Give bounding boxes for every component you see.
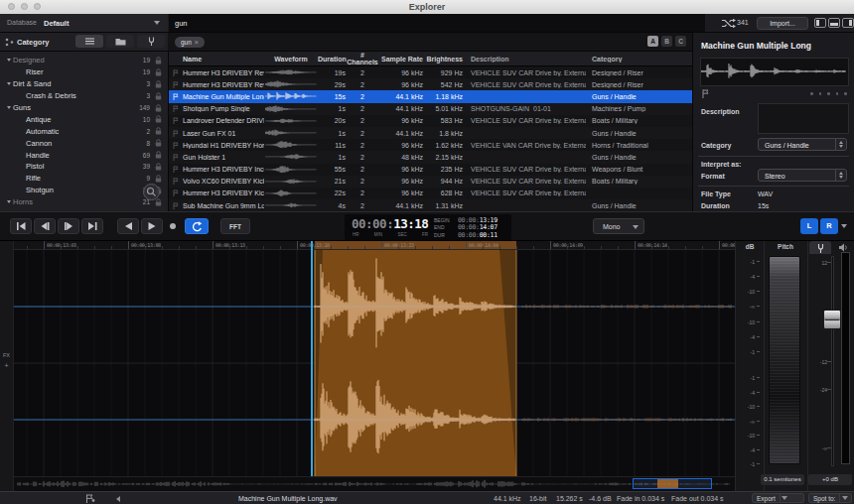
cell-sample-rate: 44.1 kHz bbox=[379, 105, 423, 112]
volume-slider-track[interactable] bbox=[831, 256, 834, 466]
sidebar-item-designed[interactable]: Designed19 bbox=[0, 55, 168, 66]
sidebar-zoom-button[interactable] bbox=[143, 184, 160, 200]
import-button[interactable]: Import... bbox=[757, 17, 808, 30]
sidebar-item-dirt-sand[interactable]: Dirt & Sand3 bbox=[0, 78, 168, 90]
table-row[interactable]: Hummer H3 DRIVEBY Incoming55s296 kHz235 … bbox=[169, 164, 692, 176]
sidebar-item-horns[interactable]: Horns21 bbox=[0, 196, 168, 208]
cell-sample-rate: 96 kHz bbox=[379, 178, 423, 185]
table-row[interactable]: Hummer H3 DRIVEBY Reverse19s296 kHz929 H… bbox=[169, 66, 692, 78]
table-header[interactable]: NameWaveformDuration# ChannelsSample Rat… bbox=[169, 52, 692, 66]
pitch-tab[interactable] bbox=[809, 241, 831, 254]
table-row[interactable]: Laser Gun FX 011s244.1 kHz1.8 kHzGuns / … bbox=[169, 127, 692, 139]
sidebar-item-antique[interactable]: Antique10 bbox=[0, 113, 168, 125]
layout-right-panel-icon[interactable] bbox=[842, 18, 854, 28]
playhead[interactable] bbox=[311, 241, 313, 476]
skip-to-end-button[interactable] bbox=[81, 218, 103, 234]
next-marker-button[interactable] bbox=[58, 218, 79, 234]
rating-dot[interactable] bbox=[819, 92, 822, 95]
column-header-name[interactable]: Name bbox=[183, 56, 264, 63]
column-header-brightness[interactable]: Brightness bbox=[423, 56, 463, 63]
play-button[interactable] bbox=[141, 218, 163, 234]
sidebar-item-cannon[interactable]: Cannon8 bbox=[0, 137, 168, 149]
sidebar-item-count: 10 bbox=[143, 116, 150, 123]
table-row[interactable]: Gun Holster 11s248 kHz2.15 kHzGuns / Han… bbox=[169, 151, 692, 163]
table-row[interactable]: Hyundai H1 DRIVEBY Horn 01 S11s296 kHz1.… bbox=[169, 139, 692, 151]
metadata-flag-icon[interactable] bbox=[85, 494, 95, 503]
previous-marker-button[interactable] bbox=[34, 218, 56, 234]
volume-slider-handle[interactable] bbox=[823, 310, 841, 329]
overview-viewport[interactable] bbox=[633, 478, 712, 489]
skip-to-start-button[interactable] bbox=[10, 218, 32, 234]
add-fx-icon[interactable]: + bbox=[0, 362, 13, 369]
spot-to-button[interactable]: Spot to: bbox=[808, 493, 852, 503]
sidebar-item-pistol[interactable]: Pistol39 bbox=[0, 161, 168, 173]
table-row[interactable]: Shotgun Pump Single1s244.1 kHz5.01 kHzSH… bbox=[169, 103, 692, 115]
compare-slot-b-button[interactable]: B bbox=[661, 36, 672, 47]
pitch-value[interactable]: 0.1 semitones bbox=[761, 474, 804, 485]
stepper-icon[interactable] bbox=[835, 170, 846, 181]
table-row[interactable]: Landrover Defender DRIVEBY Ki20s296 kHz5… bbox=[169, 115, 692, 127]
sidebar-item-automatic[interactable]: Automatic2 bbox=[0, 125, 168, 137]
rating-dot[interactable] bbox=[844, 92, 847, 95]
shuffle-icon[interactable] bbox=[721, 18, 736, 29]
ruler-tick bbox=[179, 246, 180, 249]
table-row[interactable]: Machine Gun Multiple Long15s244.1 kHz1.1… bbox=[169, 90, 692, 102]
column-header-sample-rate[interactable]: Sample Rate bbox=[379, 56, 423, 63]
table-row[interactable]: Hummer H3 DRIVEBY Reverse29s296 kHz542 H… bbox=[169, 78, 692, 90]
database-select[interactable]: Database Default bbox=[0, 14, 168, 32]
rating-dot[interactable] bbox=[810, 92, 813, 95]
speaker-icon bbox=[838, 243, 848, 252]
list-view-button[interactable] bbox=[75, 35, 103, 48]
column-header-waveform[interactable]: Waveform bbox=[264, 56, 318, 63]
compare-slot-a-button[interactable]: A bbox=[647, 36, 658, 47]
rating-dot[interactable] bbox=[836, 92, 839, 95]
close-icon[interactable]: × bbox=[195, 39, 199, 46]
play-reverse-button[interactable] bbox=[117, 218, 139, 234]
channel-mode-select[interactable]: Mono bbox=[593, 218, 644, 234]
sidebar-item-guns[interactable]: Guns149 bbox=[0, 102, 168, 114]
volume-value[interactable]: +0 dB bbox=[808, 474, 852, 485]
sidebar-item-riser[interactable]: Riser19 bbox=[0, 66, 168, 78]
layout-left-panel-icon[interactable] bbox=[814, 18, 826, 28]
column-header-description[interactable]: Description bbox=[463, 56, 586, 63]
fx-strip[interactable]: FX + bbox=[0, 241, 14, 491]
collapse-icon[interactable] bbox=[116, 496, 120, 502]
search-input[interactable] bbox=[173, 16, 554, 31]
rating-dots[interactable] bbox=[810, 92, 847, 95]
chevron-down-icon[interactable] bbox=[841, 224, 847, 228]
table-row[interactable]: Hummer H3 DRIVEBY Kickdow22s296 kHz628 H… bbox=[169, 188, 692, 199]
rating-dot[interactable] bbox=[827, 92, 830, 95]
loop-button[interactable] bbox=[185, 218, 209, 234]
export-button[interactable]: Export bbox=[752, 493, 804, 503]
overview-scrollbar[interactable] bbox=[14, 476, 735, 491]
category-select[interactable]: Guns / Handle bbox=[758, 138, 847, 151]
column-header-channels[interactable]: # Channels bbox=[346, 52, 379, 65]
filter-tag[interactable]: gun × bbox=[175, 37, 205, 48]
format-select[interactable]: Stereo bbox=[758, 169, 847, 182]
table-row[interactable]: Sub Machine Gun 9mm Long B4s244.1 kHz1.3… bbox=[169, 199, 692, 211]
tuning-fork-view-button[interactable] bbox=[137, 35, 165, 48]
right-channel-button[interactable]: R bbox=[820, 218, 838, 234]
layout-bottom-panel-icon[interactable] bbox=[828, 18, 840, 28]
sidebar-item-crash-debris[interactable]: Crash & Debris3 bbox=[0, 90, 168, 102]
flag-icon[interactable] bbox=[702, 89, 710, 98]
record-icon[interactable] bbox=[170, 223, 176, 229]
column-header-category[interactable]: Category bbox=[586, 56, 691, 63]
compare-slot-c-button[interactable]: C bbox=[675, 36, 686, 47]
fft-button[interactable]: FFT bbox=[220, 218, 250, 234]
sidebar-item-rifle[interactable]: Rifle9 bbox=[0, 173, 168, 185]
table-row[interactable]: Volvo XC60 DRIVEBY Kickdown21s296 kHz944… bbox=[169, 176, 692, 188]
waveform-canvas[interactable]: LR bbox=[14, 250, 735, 476]
description-field[interactable] bbox=[758, 103, 849, 134]
pitch-fader[interactable] bbox=[769, 256, 800, 464]
stepper-icon[interactable] bbox=[835, 139, 846, 150]
timeline-ruler[interactable]: 00:00:13:0300:00:13:0800:00:13:1300:00:1… bbox=[14, 241, 735, 250]
left-channel-button[interactable]: L bbox=[800, 218, 818, 234]
column-header-duration[interactable]: Duration bbox=[318, 56, 346, 63]
search-field[interactable]: 341 bbox=[169, 14, 705, 32]
sidebar-item-handle[interactable]: Handle69 bbox=[0, 149, 168, 161]
ruler-tick bbox=[280, 246, 281, 249]
inspector-waveform-thumbnail[interactable] bbox=[700, 58, 849, 86]
inspector-panel: Machine Gun Multiple Long Description Ca… bbox=[692, 33, 854, 211]
folder-view-button[interactable] bbox=[106, 35, 134, 48]
